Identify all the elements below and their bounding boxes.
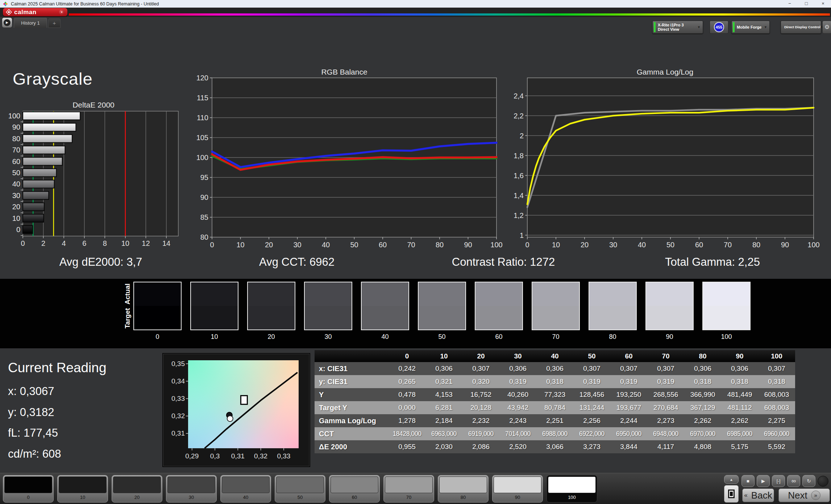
- svg-text:2,4: 2,4: [514, 92, 524, 100]
- swatch-level-label: 70: [532, 333, 580, 341]
- maximize-button[interactable]: □: [800, 0, 813, 8]
- source-dropdown[interactable]: Mobile Forge ▼: [731, 21, 770, 34]
- table-cell: 2,184: [425, 414, 462, 427]
- meter-status-bar: [654, 22, 656, 32]
- pattern-swatch-button-0[interactable]: 0: [3, 475, 54, 503]
- svg-text:0,32: 0,32: [171, 412, 185, 420]
- interval-button[interactable]: [-]: [772, 475, 785, 487]
- pattern-swatch-button-80[interactable]: 80: [438, 475, 489, 503]
- svg-text:100: 100: [807, 241, 819, 249]
- pattern-swatch-button-10[interactable]: 10: [57, 475, 108, 503]
- actual-patch: [589, 282, 636, 306]
- pattern-swatch-button-40[interactable]: 40: [220, 475, 271, 503]
- table-cell: 0,307: [610, 362, 647, 375]
- calman-menu-button[interactable]: calman ▼: [3, 8, 67, 16]
- back-button[interactable]: « Back: [742, 488, 774, 502]
- pattern-color: [548, 476, 596, 493]
- svg-text:80: 80: [200, 233, 208, 241]
- table-row: CCT18428,0006963,0006919,0007014,0006988…: [315, 427, 795, 440]
- pattern-color: [439, 476, 487, 493]
- pattern-swatch-button-50[interactable]: 50: [275, 475, 325, 503]
- table-cell: 3,066: [536, 440, 573, 453]
- table-col-header: 10: [425, 350, 462, 362]
- table-cell: 43,942: [499, 401, 536, 414]
- chevron-down-icon[interactable]: ▼: [59, 9, 65, 15]
- play-button[interactable]: ▶: [757, 475, 770, 487]
- refresh-button[interactable]: ↻: [802, 475, 815, 487]
- next-label: Next: [788, 490, 807, 501]
- table-cell: 0,321: [425, 375, 462, 388]
- calman-logo-text: calman: [14, 9, 37, 16]
- svg-text:0,29: 0,29: [185, 452, 199, 460]
- play-icon: ▶: [761, 478, 765, 484]
- table-cell: 481,112: [721, 401, 758, 414]
- add-tab-button[interactable]: +: [48, 18, 61, 28]
- svg-text:20: 20: [12, 203, 20, 211]
- table-cell: 4,153: [425, 388, 462, 401]
- target-patch: [248, 306, 295, 329]
- table-col-header: 30: [499, 350, 536, 362]
- table-cell: 80,784: [536, 401, 573, 414]
- table-cell: 2,251: [536, 414, 573, 427]
- svg-text:40: 40: [638, 241, 646, 249]
- swatch-level-label: 90: [645, 333, 694, 341]
- pattern-swatch-button-60[interactable]: 60: [329, 475, 380, 503]
- meter-dropdown[interactable]: X-Rite i1Pro 3 Direct View ▼: [652, 21, 703, 34]
- pattern-swatch-row: 0102030405060708090100: [3, 475, 597, 503]
- swatch-strip: Actual Target 0102030405060708090100: [0, 279, 831, 348]
- pattern-level-label: 20: [113, 495, 161, 500]
- grayscale-swatch-60: 60: [475, 282, 523, 341]
- gear-icon: ⚙: [824, 24, 830, 30]
- svg-text:20: 20: [265, 241, 273, 249]
- table-cell: 2,243: [499, 414, 536, 427]
- table-cell: 366,990: [684, 388, 721, 401]
- svg-text:0,33: 0,33: [277, 452, 290, 460]
- pattern-swatch-button-20[interactable]: 20: [112, 475, 162, 503]
- table-cell: 270,684: [647, 401, 684, 414]
- chevrons-right-icon: »: [811, 491, 820, 500]
- actual-patch: [419, 282, 465, 306]
- pattern-up-button[interactable]: ▲: [724, 475, 739, 484]
- app-icon: [3, 1, 8, 7]
- table-cell: 0,306: [721, 362, 758, 375]
- table-row: Y0,4784,15316,75240,26077,323128,456193,…: [315, 388, 795, 401]
- grayscale-swatch-0: 0: [133, 282, 182, 341]
- tab-history-1[interactable]: History 1: [14, 18, 47, 28]
- continuous-button[interactable]: ∞: [787, 475, 800, 487]
- svg-text:10: 10: [121, 239, 129, 247]
- table-row-label: x: CIE31: [315, 362, 389, 375]
- pattern-swatch-button-30[interactable]: 30: [166, 475, 217, 503]
- svg-text:14: 14: [162, 239, 170, 247]
- next-button[interactable]: Next »: [778, 488, 830, 502]
- pattern-window-button[interactable]: [724, 485, 739, 503]
- minimize-button[interactable]: −: [784, 0, 796, 8]
- table-cell: 2,232: [462, 414, 499, 427]
- settings-button[interactable]: ⚙: [822, 21, 831, 34]
- table-cell: 20,128: [462, 401, 499, 414]
- table-cell: 6,281: [425, 401, 462, 414]
- table-cell: 0,478: [389, 388, 425, 401]
- meter-badge-plate[interactable]: 455: [710, 21, 728, 34]
- svg-text:RGB Balance: RGB Balance: [321, 68, 367, 76]
- actual-patch: [532, 282, 579, 306]
- pattern-swatch-button-100[interactable]: 100: [547, 475, 597, 503]
- svg-text:0,3: 0,3: [210, 452, 220, 460]
- continuous-icon: ∞: [791, 478, 796, 485]
- pattern-color: [331, 476, 378, 493]
- target-patch: [475, 306, 522, 329]
- run-history-button[interactable]: ▶: [2, 18, 12, 28]
- table-cell: 0,306: [536, 362, 573, 375]
- table-cell: 6960,000: [758, 427, 795, 440]
- svg-text:10: 10: [12, 214, 20, 222]
- table-cell: 2,273: [647, 414, 684, 427]
- display-control-dropdown[interactable]: Direct Display Control ▼: [781, 21, 821, 34]
- stop-button[interactable]: ■: [741, 475, 755, 487]
- pattern-swatch-button-90[interactable]: 90: [492, 475, 543, 503]
- pattern-swatch-button-70[interactable]: 70: [383, 475, 434, 503]
- close-button[interactable]: ×: [817, 0, 829, 8]
- svg-text:90: 90: [12, 123, 20, 131]
- table-cell: 0,306: [684, 362, 721, 375]
- svg-text:1,8: 1,8: [514, 152, 524, 160]
- target-row-label: Target: [124, 302, 132, 335]
- swatch-level-label: 20: [247, 333, 295, 341]
